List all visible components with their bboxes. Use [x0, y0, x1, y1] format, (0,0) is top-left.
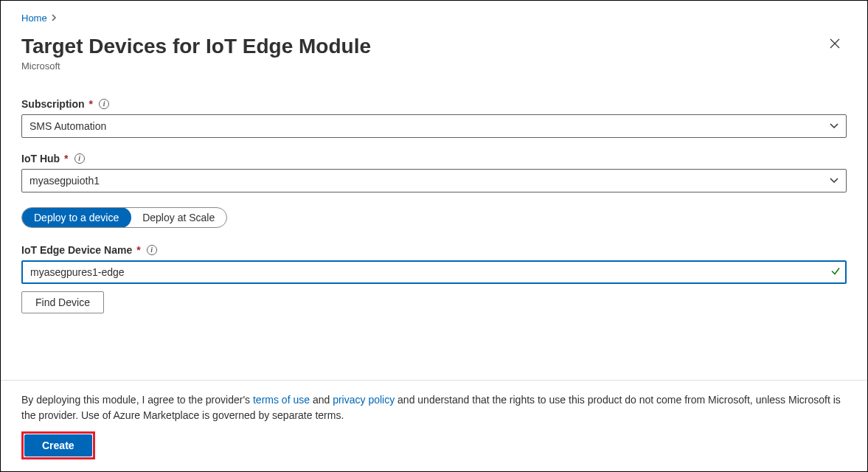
- deploy-mode-toggle: Deploy to a device Deploy at Scale: [21, 207, 227, 228]
- subscription-value: SMS Automation: [29, 120, 106, 132]
- iothub-value: myasegpuioth1: [29, 175, 100, 187]
- iothub-select[interactable]: myasegpuioth1: [21, 169, 847, 192]
- check-icon: [830, 266, 841, 278]
- chevron-down-icon: [830, 123, 839, 129]
- info-icon[interactable]: i: [147, 245, 157, 255]
- terms-link[interactable]: terms of use: [253, 394, 310, 406]
- subscription-label: Subscription * i: [21, 98, 847, 110]
- required-icon: *: [64, 153, 68, 164]
- toggle-deploy-device[interactable]: Deploy to a device: [21, 207, 131, 228]
- toggle-deploy-scale[interactable]: Deploy at Scale: [131, 208, 226, 227]
- close-button[interactable]: [823, 34, 847, 55]
- devicename-label: IoT Edge Device Name * i: [21, 244, 847, 256]
- required-icon: *: [89, 98, 93, 110]
- chevron-right-icon: [52, 14, 58, 23]
- page-subtitle: Microsoft: [21, 60, 371, 72]
- close-icon: [829, 38, 841, 49]
- page-title: Target Devices for IoT Edge Module: [21, 34, 371, 59]
- find-device-button[interactable]: Find Device: [21, 291, 104, 313]
- iothub-label: IoT Hub * i: [21, 153, 847, 164]
- devicename-input[interactable]: [21, 260, 847, 284]
- info-icon[interactable]: i: [74, 153, 85, 164]
- create-button[interactable]: Create: [24, 434, 92, 457]
- footer: By deploying this module, I agree to the…: [1, 380, 867, 471]
- breadcrumb-home-link[interactable]: Home: [21, 13, 47, 24]
- required-icon: *: [136, 244, 140, 256]
- breadcrumb: Home: [21, 13, 847, 24]
- chevron-down-icon: [830, 178, 839, 184]
- privacy-link[interactable]: privacy policy: [333, 394, 395, 406]
- create-highlight: Create: [21, 431, 95, 459]
- subscription-select[interactable]: SMS Automation: [21, 114, 847, 138]
- info-icon[interactable]: i: [99, 99, 109, 109]
- footer-text: By deploying this module, I agree to the…: [21, 392, 847, 423]
